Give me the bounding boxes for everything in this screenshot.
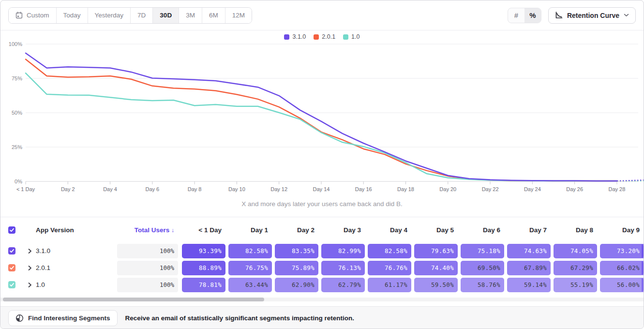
range-button-6m[interactable]: 6M [202,8,225,23]
select-all-checkbox[interactable] [8,226,15,234]
value-format-toggle: # % [508,8,541,23]
row-version-label: 1.0 [36,281,114,288]
horizontal-scrollbar-thumb[interactable] [3,298,264,301]
find-segments-label: Find Interesting Segments [28,314,110,322]
range-button-label: Yesterday [95,12,124,19]
retention-cell[interactable]: 73.20% [600,244,644,258]
legend-swatch-icon [284,34,289,40]
total-users-sort-header[interactable]: Total Users ↓ [117,226,178,234]
retention-cell[interactable]: 61.17% [368,278,411,292]
retention-cell[interactable]: 66.02% [600,261,644,275]
range-button-label: 30D [160,12,172,19]
retention-curve-icon [555,12,563,19]
check-icon [9,282,15,287]
x-axis-tick-label: Day 22 [482,186,499,192]
absolute-format-button[interactable]: # [508,8,524,23]
retention-cell[interactable]: 76.13% [321,261,365,275]
series-line-1.0[interactable] [26,73,617,181]
retention-cell[interactable]: 78.81% [182,278,225,292]
day-column-header: Day 5 [414,226,458,234]
chart-type-dropdown[interactable]: Retention Curve [548,7,636,24]
retention-cell[interactable]: 74.63% [507,244,551,258]
row-version-label: 2.0.1 [36,264,114,271]
footer-message: Receive an email of statistically signif… [125,314,354,322]
x-axis-tick-label: Day 20 [439,186,456,192]
retention-cell[interactable]: 56.00% [600,278,644,292]
row-version-label: 3.1.0 [36,247,114,254]
series-line-2.0.1[interactable] [26,60,617,181]
retention-cell[interactable]: 76.75% [228,261,272,275]
series-dashed-tail-3.1.0 [617,180,644,181]
y-axis-tick-label: 50% [12,110,22,116]
x-axis-tick-label: Day 2 [61,186,75,192]
total-users-cell: 100% [117,244,178,258]
series-line-3.1.0[interactable] [26,53,617,181]
retention-cell[interactable]: 75.18% [461,244,504,258]
range-button-custom[interactable]: Custom [9,8,57,23]
range-button-today[interactable]: Today [57,8,88,23]
range-button-30d[interactable]: 30D [153,8,179,23]
retention-cell[interactable]: 62.79% [321,278,365,292]
retention-cell[interactable]: 75.89% [275,261,318,275]
total-users-cell: 100% [117,261,178,275]
y-axis-tick-label: 75% [12,75,22,81]
clipped-cell [642,261,644,275]
expand-chevron-icon[interactable] [28,283,33,287]
expand-chevron-icon[interactable] [28,249,33,254]
retention-cell[interactable]: 82.58% [368,244,411,258]
retention-cell[interactable]: 74.05% [554,244,597,258]
day-column-header: Day 6 [461,226,504,234]
expand-chevron-icon[interactable] [28,266,33,270]
y-axis-tick-label: 25% [12,144,22,150]
find-segments-button[interactable]: Find Interesting Segments [8,310,118,326]
segments-icon [15,314,24,322]
range-button-label: Custom [27,12,49,19]
retention-cell[interactable]: 67.89% [507,261,551,275]
chevron-right-icon [28,266,32,270]
day-column-header: Day 1 [228,226,272,234]
retention-cell[interactable]: 82.99% [321,244,365,258]
retention-cell[interactable]: 93.39% [182,244,225,258]
chevron-down-icon [624,14,629,17]
x-axis-tick-label: Day 10 [228,186,245,192]
retention-cell[interactable]: 69.50% [461,261,504,275]
retention-report-card: CustomTodayYesterday7D30D3M6M12M # % Ret… [0,0,644,329]
retention-cell[interactable]: 58.76% [461,278,504,292]
retention-cell[interactable]: 59.50% [414,278,458,292]
footer-bar: Find Interesting Segments Receive an ema… [0,306,644,329]
horizontal-scrollbar-track[interactable] [0,298,644,301]
app-version-header: App Version [36,226,114,234]
range-button-label: 12M [232,12,245,19]
chart-subtitle: X and more days later your users came ba… [0,200,644,208]
range-button-yesterday[interactable]: Yesterday [88,8,131,23]
retention-cell[interactable]: 79.63% [414,244,458,258]
y-axis-tick-label: 100% [9,41,22,47]
range-button-label: 6M [209,12,218,19]
row-checkbox-3.1.0[interactable] [8,247,15,254]
range-button-3m[interactable]: 3M [179,8,202,23]
retention-cell[interactable]: 83.35% [275,244,318,258]
range-button-label: 3M [186,12,195,19]
retention-cell[interactable]: 63.44% [228,278,272,292]
day-column-header: Day 9 [600,226,644,234]
day-column-header: Day 7 [507,226,551,234]
retention-cell[interactable]: 82.58% [228,244,272,258]
row-checkbox-1.0[interactable] [8,281,15,288]
retention-cell[interactable]: 59.14% [507,278,551,292]
percent-format-button[interactable]: % [524,8,541,23]
x-axis-tick-label: < 1 Day [16,186,35,192]
retention-cell[interactable]: 76.76% [368,261,411,275]
legend-swatch-icon [314,34,319,40]
range-button-7d[interactable]: 7D [131,8,153,23]
day-column-header: < 1 Day [182,226,225,234]
date-range-selector: CustomTodayYesterday7D30D3M6M12M [8,7,252,24]
day-column-header: Day 4 [368,226,411,234]
retention-cell[interactable]: 62.90% [275,278,318,292]
retention-line-chart: 100%75%50%25%0%< 1 DayDay 2Day 4Day 6Day… [0,39,644,195]
retention-cell[interactable]: 88.89% [182,261,225,275]
row-checkbox-2.0.1[interactable] [8,264,15,271]
retention-cell[interactable]: 74.40% [414,261,458,275]
retention-cell[interactable]: 55.19% [554,278,597,292]
range-button-12m[interactable]: 12M [225,8,252,23]
retention-cell[interactable]: 67.29% [554,261,597,275]
